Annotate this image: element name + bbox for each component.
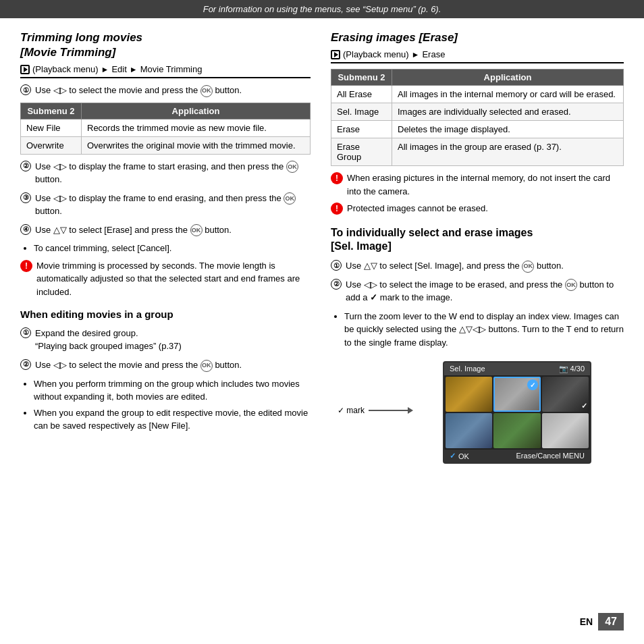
sel-section-title: To individually select and erase images … [331, 226, 624, 254]
cam-cell-2: ✓ [493, 377, 540, 412]
group-step-2: ② Use ◁▷ to select the movie and press t… [20, 358, 311, 372]
left-table-app-1: Overwrites the original movie with the t… [82, 136, 311, 154]
cam-check-small: ✓ [581, 402, 587, 410]
step-2: ② Use ◁▷ to display the frame to start e… [20, 160, 311, 186]
ok-button-sym-5: OK [200, 360, 213, 372]
left-warning: ! Movie trimming is processed by seconds… [20, 259, 311, 299]
right-table-row: Erase GroupAll images in the group are e… [331, 138, 624, 166]
cam-cell-6 [542, 413, 589, 448]
step-3: ③ Use ◁▷ to display the frame to end era… [20, 192, 311, 218]
warning-icon: ! [20, 260, 32, 272]
cam-cancel-label: Erase/Cancel MENU [516, 452, 585, 460]
main-content: Trimming long movies [Movie Trimming] (P… [0, 18, 644, 471]
left-table-row: OverwriteOverwrites the original movie w… [21, 136, 311, 154]
step-1-num: ① [20, 84, 31, 95]
info-icon-1: ! [331, 172, 343, 184]
arrow-icon-2: ► [130, 65, 138, 74]
right-table-app-1: Images are individually selected and era… [392, 103, 624, 121]
right-table-row: Sel. ImageImages are individually select… [331, 103, 624, 121]
right-table-sub-3: Erase Group [331, 138, 392, 166]
ok-button-sym-3: OK [284, 192, 296, 205]
header-bar: For information on using the menus, see … [0, 0, 644, 18]
group-step-1-num: ① [20, 327, 31, 338]
ok-button-sym-1: OK [200, 85, 213, 97]
cam-header: Sel. Image 📷 4/30 [444, 363, 590, 375]
cam-footer-left: ✓ OK [450, 452, 469, 460]
sel-step-1: ① Use △▽ to select [Sel. Image], and pre… [331, 259, 624, 273]
left-section-title: Trimming long movies [Movie Trimming] [20, 30, 311, 60]
step-2-num: ② [20, 161, 31, 171]
cam-ok-label: OK [458, 452, 469, 460]
arrow-icon-right: ► [412, 50, 420, 59]
right-table-row: All EraseAll images in the internal memo… [331, 86, 624, 103]
right-info-1: ! When erasing pictures in the internal … [331, 171, 624, 198]
playback-icon [20, 65, 30, 74]
footer-lang: EN [580, 616, 593, 627]
right-table-row: EraseDeletes the image displayed. [331, 121, 624, 138]
right-table-sub-2: Erase [331, 121, 392, 138]
cam-cell-3: ✓ [542, 377, 589, 412]
group-bullets: When you perform trimming on the group w… [34, 377, 311, 433]
right-table-app-0: All images in the internal memory or car… [392, 86, 624, 103]
sel-step-2: ② Use ◁▷ to select the image to be erase… [331, 278, 624, 304]
left-table-sub-0: New File [21, 119, 82, 136]
step-4-num: ④ [20, 224, 31, 235]
sel-step-2-num: ② [331, 279, 342, 290]
playback-icon-right [331, 50, 340, 59]
step-4: ④ Use △▽ to select [Erase] and press the… [20, 223, 311, 237]
cam-check-active: ✓ [527, 379, 538, 390]
header-text: For information on using the menus, see … [203, 4, 441, 14]
sel-step-1-num: ① [331, 260, 342, 271]
ok-button-sym-6: OK [522, 261, 534, 273]
ok-button-sym-7: OK [565, 279, 577, 291]
footer: EN 47 [580, 613, 624, 630]
cam-header-left: Sel. Image [450, 365, 485, 373]
left-table-app-0: Records the trimmed movie as new movie f… [82, 119, 311, 136]
right-table: Submenu 2 Application All EraseAll image… [331, 69, 624, 166]
right-table-col2-header: Application [392, 70, 624, 86]
footer-page: 47 [598, 613, 624, 630]
group-step-2-num: ② [20, 359, 31, 370]
right-table-sub-0: All Erase [331, 86, 392, 103]
left-table: Submenu 2 Application New FileRecords th… [20, 103, 311, 155]
right-section-title: Erasing images [Erase] [331, 30, 624, 45]
ok-button-sym-4: OK [190, 224, 203, 236]
left-breadcrumb: (Playback menu) ► Edit ► Movie Trimming [20, 64, 311, 78]
camera-area: ✓ mark Sel. Image 📷 4/30 ✓ ✓ [331, 354, 624, 464]
group-step-1: ① Expand the desired group. “Playing bac… [20, 327, 311, 353]
cam-header-right: 📷 4/30 [559, 365, 585, 373]
mark-label-text: ✓ mark [338, 406, 365, 415]
left-column: Trimming long movies [Movie Trimming] (P… [20, 30, 311, 464]
left-table-sub-1: Overwrite [21, 136, 82, 154]
right-column: Erasing images [Erase] (Playback menu) ►… [331, 30, 624, 464]
info-icon-2: ! [331, 203, 343, 215]
sel-bullets: Turn the zoom lever to the W end to disp… [344, 310, 624, 350]
right-table-col1-header: Submenu 2 [331, 70, 392, 86]
cam-cell-5 [493, 413, 540, 448]
ok-button-sym-2: OK [286, 161, 298, 173]
step-3-num: ③ [20, 192, 31, 203]
right-table-app-2: Deletes the image displayed. [392, 121, 624, 138]
cam-grid: ✓ ✓ [444, 375, 590, 450]
step-1: ① Use ◁▷ to select the movie and press t… [20, 84, 311, 97]
mark-label-area: ✓ mark [331, 403, 409, 415]
left-table-col2-header: Application [82, 103, 311, 119]
cam-footer: ✓ OK Erase/Cancel MENU [444, 450, 590, 462]
arrow-icon-1: ► [101, 65, 109, 74]
right-table-sub-1: Sel. Image [331, 103, 392, 121]
cam-cell-1 [446, 377, 492, 412]
left-table-col1-header: Submenu 2 [21, 103, 82, 119]
right-info-2: ! Protected images cannot be erased. [331, 202, 624, 215]
right-table-app-3: All images in the group are erased (p. 3… [392, 138, 624, 166]
cam-cell-4 [446, 413, 492, 448]
left-table-row: New FileRecords the trimmed movie as new… [21, 119, 311, 136]
mark-arrow [369, 410, 409, 411]
group-section-title: When editing movies in a group [20, 308, 311, 321]
right-breadcrumb: (Playback menu) ► Erase [331, 49, 624, 63]
cam-check-label: ✓ [450, 452, 456, 460]
camera-screen: Sel. Image 📷 4/30 ✓ ✓ [443, 361, 591, 464]
left-bullets: To cancel trimming, select [Cancel]. [34, 242, 311, 255]
